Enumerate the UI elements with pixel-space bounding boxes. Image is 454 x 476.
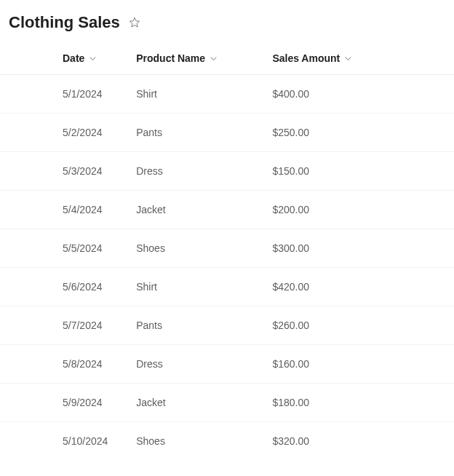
table-row[interactable]: 5/1/2024Shirt$400.00 bbox=[0, 75, 454, 114]
chevron-down-icon bbox=[89, 55, 97, 63]
cell-amount: $260.00 bbox=[272, 306, 454, 345]
cell-date: 5/5/2024 bbox=[0, 229, 136, 268]
cell-date: 5/2/2024 bbox=[0, 114, 136, 152]
cell-product: Dress bbox=[136, 152, 272, 191]
column-header-date[interactable]: Date bbox=[0, 42, 136, 75]
cell-date: 5/8/2024 bbox=[0, 345, 136, 384]
cell-product: Dress bbox=[136, 345, 272, 384]
cell-amount: $150.00 bbox=[272, 152, 454, 191]
cell-amount: $300.00 bbox=[272, 229, 454, 268]
column-header-product[interactable]: Product Name bbox=[136, 42, 272, 75]
cell-product: Shirt bbox=[136, 268, 272, 306]
cell-amount: $420.00 bbox=[272, 268, 454, 306]
cell-date: 5/3/2024 bbox=[0, 152, 136, 191]
cell-amount: $400.00 bbox=[272, 75, 454, 114]
cell-product: Shoes bbox=[136, 422, 272, 461]
column-header-label: Product Name bbox=[136, 52, 205, 64]
svg-marker-0 bbox=[130, 17, 139, 27]
cell-product: Jacket bbox=[136, 384, 272, 422]
column-header-label: Sales Amount bbox=[272, 52, 340, 64]
cell-product: Shoes bbox=[136, 229, 272, 268]
page-title: Clothing Sales bbox=[9, 13, 120, 32]
page-header: Clothing Sales bbox=[0, 0, 454, 42]
table-row[interactable]: 5/10/2024Shoes$320.00 bbox=[0, 422, 454, 461]
table-row[interactable]: 5/6/2024Shirt$420.00 bbox=[0, 268, 454, 306]
table-header-row: Date Product Name bbox=[0, 42, 454, 75]
cell-product: Jacket bbox=[136, 191, 272, 229]
table-body: 5/1/2024Shirt$400.005/2/2024Pants$250.00… bbox=[0, 75, 454, 461]
table-row[interactable]: 5/4/2024Jacket$200.00 bbox=[0, 191, 454, 229]
cell-amount: $250.00 bbox=[272, 114, 454, 152]
favorite-star-icon[interactable] bbox=[129, 17, 140, 28]
table-row[interactable]: 5/5/2024Shoes$300.00 bbox=[0, 229, 454, 268]
chevron-down-icon bbox=[344, 55, 352, 63]
cell-amount: $160.00 bbox=[272, 345, 454, 384]
cell-amount: $200.00 bbox=[272, 191, 454, 229]
sales-table: Date Product Name bbox=[0, 42, 454, 460]
cell-product: Pants bbox=[136, 114, 272, 152]
cell-amount: $180.00 bbox=[272, 384, 454, 422]
cell-product: Pants bbox=[136, 306, 272, 345]
sales-table-wrap: Date Product Name bbox=[0, 42, 454, 460]
cell-amount: $320.00 bbox=[272, 422, 454, 461]
column-header-amount[interactable]: Sales Amount bbox=[272, 42, 454, 75]
table-row[interactable]: 5/3/2024Dress$150.00 bbox=[0, 152, 454, 191]
table-row[interactable]: 5/2/2024Pants$250.00 bbox=[0, 114, 454, 152]
cell-date: 5/1/2024 bbox=[0, 75, 136, 114]
column-header-label: Date bbox=[63, 52, 84, 64]
table-row[interactable]: 5/9/2024Jacket$180.00 bbox=[0, 384, 454, 422]
cell-date: 5/10/2024 bbox=[0, 422, 136, 461]
cell-product: Shirt bbox=[136, 75, 272, 114]
chevron-down-icon bbox=[210, 55, 218, 63]
cell-date: 5/6/2024 bbox=[0, 268, 136, 306]
cell-date: 5/9/2024 bbox=[0, 384, 136, 422]
cell-date: 5/4/2024 bbox=[0, 191, 136, 229]
table-row[interactable]: 5/7/2024Pants$260.00 bbox=[0, 306, 454, 345]
table-row[interactable]: 5/8/2024Dress$160.00 bbox=[0, 345, 454, 384]
cell-date: 5/7/2024 bbox=[0, 306, 136, 345]
